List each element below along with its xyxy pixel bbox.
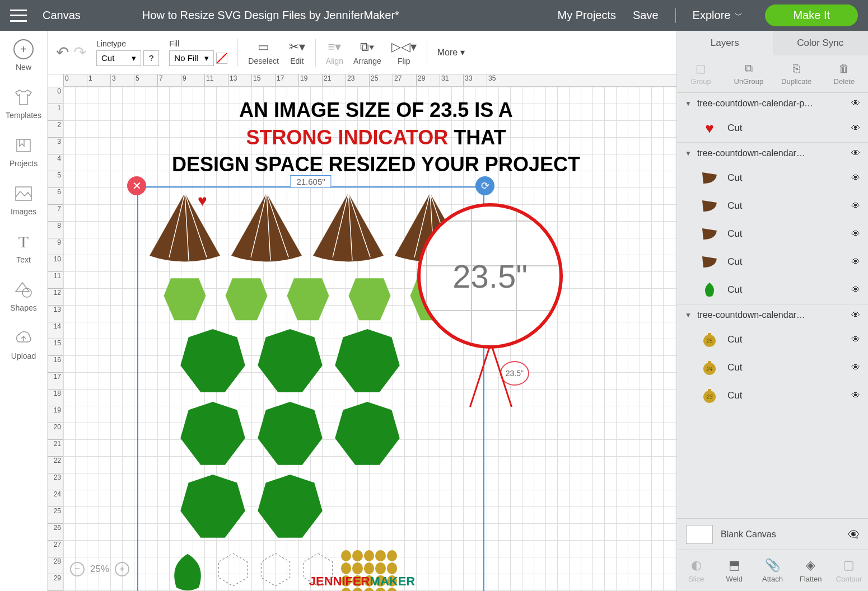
eye-icon[interactable]: 👁 xyxy=(851,310,860,320)
layer-swatch xyxy=(699,198,720,214)
redo-button[interactable]: ↷ xyxy=(73,43,86,62)
zoom-control: − 25% + xyxy=(70,562,129,576)
weld-button[interactable]: ⬒Weld xyxy=(715,550,753,591)
contour-button[interactable]: ▢Contour xyxy=(830,550,868,591)
make-it-button[interactable]: Make It xyxy=(765,4,858,26)
new-button[interactable]: +New xyxy=(13,39,34,72)
separator xyxy=(237,39,238,67)
deselect-button[interactable]: ▭Deselect xyxy=(248,40,278,65)
eye-icon[interactable]: 👁 xyxy=(851,335,860,345)
tab-layers[interactable]: Layers xyxy=(677,31,773,55)
my-projects-link[interactable]: My Projects xyxy=(558,9,616,22)
tab-colorsync[interactable]: Color Sync xyxy=(773,31,869,55)
layer-item[interactable]: Cut👁 xyxy=(677,220,868,248)
layer-group[interactable]: ▼tree-countdown-calendar-p…👁 xyxy=(677,92,868,114)
eye-icon[interactable]: 👁 xyxy=(851,363,860,373)
eye-icon[interactable]: 👁 xyxy=(851,285,860,295)
layers-list: ▼tree-countdown-calendar-p…👁♥Cut👁▼tree-c… xyxy=(677,92,868,518)
layer-item[interactable]: Cut👁 xyxy=(677,276,868,304)
layer-swatch: 25 xyxy=(699,331,720,348)
chevron-down-icon: ▼ xyxy=(685,311,692,319)
arrange-label: Arrange xyxy=(353,57,381,65)
eye-icon[interactable]: 👁 xyxy=(851,257,860,267)
eye-icon[interactable]: 👁 xyxy=(851,173,860,183)
canvas-swatch[interactable] xyxy=(686,525,713,544)
upload-button[interactable]: Upload xyxy=(11,328,36,360)
layer-item[interactable]: Cut👁 xyxy=(677,164,868,192)
undo-button[interactable]: ↶ xyxy=(56,43,69,62)
shapes-label: Shapes xyxy=(10,303,36,312)
fill-select[interactable]: No Fill▾ xyxy=(169,50,214,66)
projects-button[interactable]: Projects xyxy=(10,135,38,168)
fill-swatch[interactable] xyxy=(216,53,227,64)
eye-icon[interactable]: 👁 xyxy=(851,123,860,133)
flatten-button[interactable]: ◈Flatten xyxy=(792,550,830,591)
selection-close-button[interactable]: ✕ xyxy=(127,176,146,195)
text-label: Text xyxy=(16,255,31,264)
templates-button[interactable]: Templates xyxy=(6,87,41,120)
selection-rotate-handle[interactable]: ⟳ xyxy=(475,176,494,195)
layer-label: Cut xyxy=(727,284,742,296)
divider xyxy=(675,8,676,23)
visibility-off-icon[interactable]: 👁‍🗨 xyxy=(848,529,859,540)
eye-icon[interactable]: 👁 xyxy=(851,98,860,109)
duplicate-button[interactable]: ⎘Duplicate xyxy=(773,55,820,92)
layer-item[interactable]: ♥Cut👁 xyxy=(677,114,868,142)
images-button[interactable]: Images xyxy=(11,184,36,216)
project-title: How to Resize SVG Design Files by Jennif… xyxy=(142,9,558,22)
explore-dropdown[interactable]: Explore ﹀ xyxy=(693,9,743,22)
text-button[interactable]: TText xyxy=(13,232,34,264)
attach-button[interactable]: 📎Attach xyxy=(753,550,791,591)
flip-button[interactable]: ▷◁▾Flip xyxy=(391,40,417,65)
layer-item[interactable]: 24Cut👁 xyxy=(677,354,868,382)
deselect-label: Deselect xyxy=(248,57,278,65)
flatten-icon: ◈ xyxy=(806,558,815,573)
slice-label: Slice xyxy=(688,575,704,583)
layer-item[interactable]: 23Cut👁 xyxy=(677,382,868,410)
magnifier-value: 23.5" xyxy=(452,257,527,295)
layer-swatch xyxy=(699,170,720,186)
trash-icon: 🗑 xyxy=(838,62,850,75)
zoom-in-button[interactable]: + xyxy=(115,562,129,576)
svg-text:24: 24 xyxy=(706,366,713,372)
magnifier-callout: 23.5" xyxy=(417,203,563,349)
layer-item[interactable]: 25Cut👁 xyxy=(677,326,868,354)
arrange-button[interactable]: ⧉▾Arrange xyxy=(353,40,381,65)
chevron-down-icon: ▼ xyxy=(685,100,692,107)
eye-icon[interactable]: 👁 xyxy=(851,148,860,158)
eye-icon[interactable]: 👁 xyxy=(851,201,860,211)
zoom-out-button[interactable]: − xyxy=(70,562,85,576)
layer-item[interactable]: Cut👁 xyxy=(677,192,868,220)
linetype-select[interactable]: Cut▾ xyxy=(96,50,141,66)
upload-label: Upload xyxy=(11,351,36,360)
linetype-value: Cut xyxy=(101,53,114,63)
svg-text:23: 23 xyxy=(706,394,713,400)
canvas-footer: Blank Canvas 👁‍🗨 xyxy=(677,518,868,550)
caret-down-icon: ▾ xyxy=(132,53,136,63)
save-link[interactable]: Save xyxy=(633,9,659,22)
slice-button[interactable]: ◐Slice xyxy=(677,550,715,591)
layer-label: Cut xyxy=(727,390,742,401)
eye-icon[interactable]: 👁 xyxy=(851,229,860,239)
delete-button[interactable]: 🗑Delete xyxy=(820,55,868,92)
layer-group[interactable]: ▼tree-countdown-calendar…👁 xyxy=(677,304,868,326)
edit-button[interactable]: ✂▾Edit xyxy=(289,40,305,65)
layer-label: Cut xyxy=(727,362,742,373)
more-dropdown[interactable]: More ▾ xyxy=(437,47,465,58)
ungroup-button[interactable]: ⧉UnGroup xyxy=(725,55,772,92)
chevron-down-icon: ▼ xyxy=(685,149,692,157)
weld-label: Weld xyxy=(726,575,743,583)
layer-item[interactable]: Cut👁 xyxy=(677,248,868,276)
canvas-area[interactable]: 01357911131517192123252729313335 0123456… xyxy=(48,74,676,591)
eye-icon[interactable]: 👁 xyxy=(851,391,860,401)
align-button[interactable]: ≡▾Align xyxy=(326,40,343,65)
overlay-line3: DESIGN SPACE RESIZED YOUR PROJECT xyxy=(87,151,665,179)
menu-icon[interactable] xyxy=(10,10,27,22)
group-label: Group xyxy=(691,77,711,86)
overlay-line1: AN IMAGE SIZE OF 23.5 IS A xyxy=(87,97,665,124)
group-button[interactable]: ▢Group xyxy=(677,55,725,92)
shapes-button[interactable]: Shapes xyxy=(10,280,36,312)
bookmark-icon xyxy=(13,135,34,156)
layer-group[interactable]: ▼tree-countdown-calendar…👁 xyxy=(677,142,868,164)
linetype-help-button[interactable]: ? xyxy=(143,50,159,66)
